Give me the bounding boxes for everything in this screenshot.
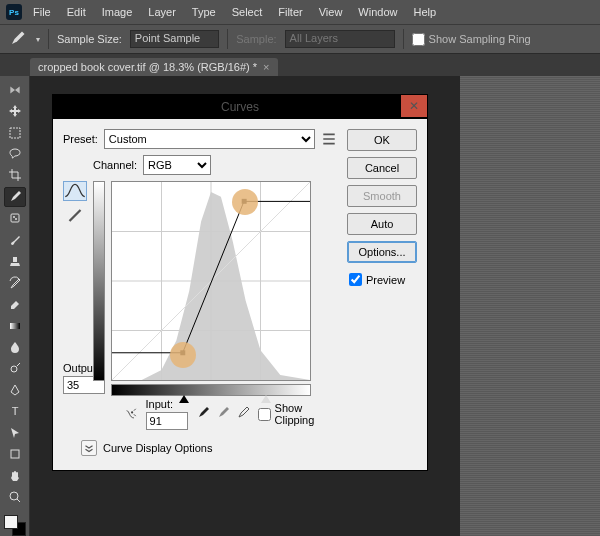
sample-size-select[interactable]: Point Sample bbox=[130, 30, 219, 48]
white-point-slider[interactable] bbox=[261, 395, 271, 403]
curve-graph[interactable] bbox=[111, 181, 311, 408]
options-button[interactable]: Options... bbox=[347, 241, 417, 263]
show-sampling-ring-label: Show Sampling Ring bbox=[429, 33, 531, 45]
dialog-titlebar[interactable]: Curves ✕ bbox=[53, 95, 427, 119]
eyedropper-tool-icon[interactable] bbox=[4, 187, 26, 206]
annotation-circle-shadow-point bbox=[170, 342, 196, 368]
input-input[interactable] bbox=[146, 412, 188, 430]
menu-select[interactable]: Select bbox=[225, 3, 270, 21]
healing-brush-tool-icon[interactable] bbox=[4, 209, 26, 228]
options-bar: ▾ Sample Size: Point Sample Sample: All … bbox=[0, 24, 600, 54]
annotation-circle-highlight-point bbox=[232, 189, 258, 215]
show-clipping-input[interactable] bbox=[258, 408, 271, 421]
menu-type[interactable]: Type bbox=[185, 3, 223, 21]
preset-label: Preset: bbox=[63, 133, 98, 145]
document-tab-bar: cropped book cover.tif @ 18.3% (RGB/16#)… bbox=[0, 54, 600, 76]
menu-bar: Ps File Edit Image Layer Type Select Fil… bbox=[0, 0, 600, 24]
dialog-title: Curves bbox=[221, 100, 259, 114]
preview-checkbox[interactable]: Preview bbox=[347, 273, 417, 286]
clone-stamp-tool-icon[interactable] bbox=[4, 252, 26, 271]
svg-text:Ps: Ps bbox=[9, 8, 19, 17]
gray-point-eyedropper-icon[interactable] bbox=[216, 406, 230, 422]
eyedropper-tool-icon[interactable] bbox=[6, 28, 28, 50]
close-icon: ✕ bbox=[409, 99, 419, 113]
menu-filter[interactable]: Filter bbox=[271, 3, 309, 21]
preview-label: Preview bbox=[366, 274, 405, 286]
gradient-tool-icon[interactable] bbox=[4, 316, 26, 335]
crop-tool-icon[interactable] bbox=[4, 166, 26, 185]
dodge-tool-icon[interactable] bbox=[4, 359, 26, 378]
menu-edit[interactable]: Edit bbox=[60, 3, 93, 21]
input-gradient bbox=[111, 384, 311, 396]
document-tab-label: cropped book cover.tif @ 18.3% (RGB/16#)… bbox=[38, 61, 257, 73]
black-point-slider[interactable] bbox=[179, 395, 189, 403]
svg-point-7 bbox=[11, 366, 17, 372]
auto-button[interactable]: Auto bbox=[347, 213, 417, 235]
svg-point-10 bbox=[10, 492, 18, 500]
ok-button[interactable]: OK bbox=[347, 129, 417, 151]
white-point-eyedropper-icon[interactable] bbox=[236, 406, 250, 422]
app-logo-icon: Ps bbox=[4, 2, 24, 22]
targeted-adjustment-icon[interactable] bbox=[123, 406, 138, 422]
preset-menu-icon[interactable] bbox=[321, 131, 337, 147]
document-image bbox=[460, 76, 600, 536]
foreground-color-swatch[interactable] bbox=[4, 515, 18, 529]
expand-chevron-icon[interactable] bbox=[81, 440, 97, 456]
svg-point-4 bbox=[13, 216, 15, 218]
sample-label: Sample: bbox=[236, 33, 276, 45]
close-button[interactable]: ✕ bbox=[401, 95, 427, 117]
menu-help[interactable]: Help bbox=[406, 3, 443, 21]
close-icon[interactable]: × bbox=[263, 61, 269, 73]
cancel-button[interactable]: Cancel bbox=[347, 157, 417, 179]
smooth-button[interactable]: Smooth bbox=[347, 185, 417, 207]
menu-view[interactable]: View bbox=[312, 3, 350, 21]
document-tab[interactable]: cropped book cover.tif @ 18.3% (RGB/16#)… bbox=[30, 58, 278, 76]
menu-layer[interactable]: Layer bbox=[141, 3, 183, 21]
path-selection-tool-icon[interactable] bbox=[4, 423, 26, 442]
menu-image[interactable]: Image bbox=[95, 3, 140, 21]
svg-point-5 bbox=[15, 218, 17, 220]
svg-rect-3 bbox=[11, 214, 19, 222]
svg-rect-6 bbox=[10, 323, 20, 329]
preview-input[interactable] bbox=[349, 273, 362, 286]
pen-tool-icon[interactable] bbox=[4, 380, 26, 399]
curve-point-tool-icon[interactable] bbox=[63, 181, 87, 201]
brush-tool-icon[interactable] bbox=[4, 230, 26, 249]
lasso-tool-icon[interactable] bbox=[4, 144, 26, 163]
input-sliders[interactable] bbox=[111, 396, 311, 408]
zoom-tool-icon[interactable] bbox=[4, 487, 26, 506]
color-swatches[interactable] bbox=[4, 515, 26, 536]
svg-text:T: T bbox=[11, 405, 18, 417]
preset-select[interactable]: Custom bbox=[104, 129, 315, 149]
curve-draw-tool-icon[interactable] bbox=[63, 204, 87, 224]
hand-tool-icon[interactable] bbox=[4, 466, 26, 485]
sample-layers-select[interactable]: All Layers bbox=[285, 30, 395, 48]
sample-size-label: Sample Size: bbox=[57, 33, 122, 45]
svg-rect-2 bbox=[10, 128, 20, 138]
show-sampling-ring-checkbox[interactable]: Show Sampling Ring bbox=[412, 33, 531, 46]
svg-rect-9 bbox=[11, 450, 19, 458]
blur-tool-icon[interactable] bbox=[4, 337, 26, 356]
history-brush-tool-icon[interactable] bbox=[4, 273, 26, 292]
output-gradient bbox=[93, 181, 105, 381]
show-sampling-ring-input[interactable] bbox=[412, 33, 425, 46]
type-tool-icon[interactable]: T bbox=[4, 402, 26, 421]
channel-label: Channel: bbox=[93, 159, 137, 171]
move-tool-icon[interactable] bbox=[4, 101, 26, 120]
dropdown-chevron-icon[interactable]: ▾ bbox=[36, 35, 40, 44]
curves-dialog: Curves ✕ Preset: Custom Channel: bbox=[52, 94, 428, 471]
channel-select[interactable]: RGB bbox=[143, 155, 211, 175]
marquee-tool-icon[interactable] bbox=[4, 123, 26, 142]
curve-display-options-label[interactable]: Curve Display Options bbox=[103, 442, 212, 454]
menu-file[interactable]: File bbox=[26, 3, 58, 21]
svg-point-23 bbox=[131, 411, 133, 413]
tab-handle-icon[interactable] bbox=[4, 80, 26, 99]
black-point-eyedropper-icon[interactable] bbox=[196, 406, 210, 422]
tools-panel: T bbox=[0, 76, 30, 536]
menu-window[interactable]: Window bbox=[351, 3, 404, 21]
rectangle-tool-icon[interactable] bbox=[4, 444, 26, 463]
eraser-tool-icon[interactable] bbox=[4, 294, 26, 313]
